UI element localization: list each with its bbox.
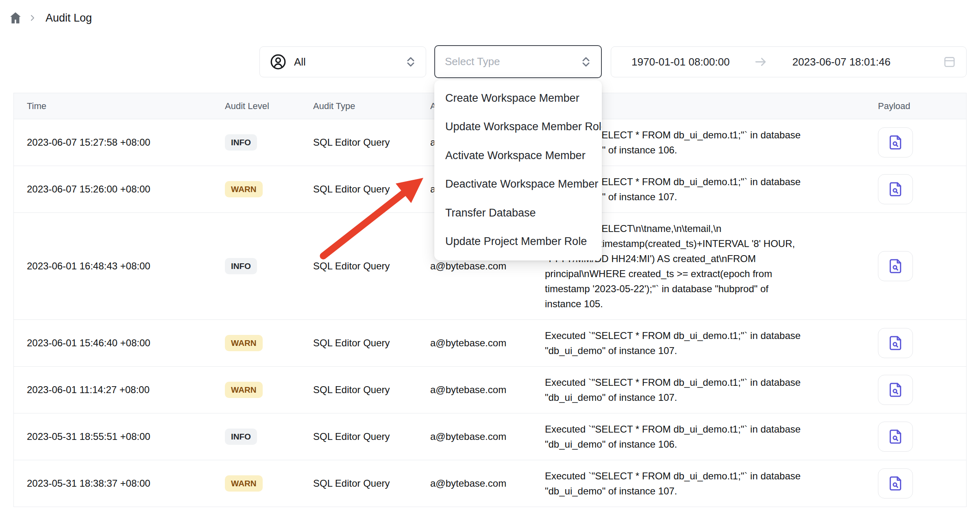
time-cell: 2023-06-01 11:14:27 +08:00 bbox=[14, 384, 225, 396]
payload-cell bbox=[878, 422, 966, 452]
time-cell: 2023-06-07 15:27:58 +08:00 bbox=[14, 137, 225, 148]
comment-cell: Executed `"SELECT * FROM db_ui_demo.t1;"… bbox=[545, 413, 878, 460]
type-option[interactable]: Update Workspace Member Role bbox=[434, 113, 602, 142]
view-payload-button[interactable] bbox=[878, 468, 913, 499]
actor-cell: a@bytebase.com bbox=[430, 260, 545, 272]
time-cell: 2023-06-01 15:46:40 +08:00 bbox=[14, 337, 225, 349]
payload-cell bbox=[878, 468, 966, 499]
view-payload-button[interactable] bbox=[878, 251, 913, 281]
table-row: 2023-05-31 18:55:51 +08:00 INFO SQL Edit… bbox=[14, 413, 966, 460]
file-search-icon bbox=[888, 382, 903, 398]
audit-level-badge: WARN bbox=[225, 382, 263, 398]
audit-type-cell: SQL Editor Query bbox=[313, 184, 430, 195]
audit-level-badge: INFO bbox=[225, 134, 257, 151]
audit-level-cell: INFO bbox=[225, 134, 313, 151]
audit-type-cell: SQL Editor Query bbox=[313, 337, 430, 349]
file-search-icon bbox=[888, 429, 903, 444]
audit-type-cell: SQL Editor Query bbox=[313, 384, 430, 396]
type-option[interactable]: Update Project Member Role bbox=[434, 227, 602, 256]
page-title: Audit Log bbox=[42, 12, 92, 24]
column-header-audit-level: Audit Level bbox=[225, 101, 313, 112]
audit-level-cell: WARN bbox=[225, 335, 313, 351]
calendar-icon bbox=[943, 55, 956, 69]
audit-type-cell: SQL Editor Query bbox=[313, 137, 430, 148]
time-cell: 2023-05-31 18:55:51 +08:00 bbox=[14, 431, 225, 442]
type-options-menu: Create Workspace MemberUpdate Workspace … bbox=[434, 80, 602, 260]
table-row: 2023-06-01 11:14:27 +08:00 WARN SQL Edit… bbox=[14, 367, 966, 413]
column-header-time: Time bbox=[14, 101, 225, 112]
audit-level-badge: WARN bbox=[225, 475, 263, 492]
file-search-icon bbox=[888, 135, 903, 150]
date-to-value[interactable]: 2023-06-07 18:01:46 bbox=[792, 56, 890, 68]
type-filter-select[interactable]: Select Type bbox=[434, 45, 602, 78]
audit-level-badge: WARN bbox=[225, 335, 263, 351]
breadcrumb: Audit Log bbox=[8, 11, 92, 25]
actor-cell: a@bytebase.com bbox=[430, 337, 545, 349]
view-payload-button[interactable] bbox=[878, 127, 913, 157]
file-search-icon bbox=[888, 181, 903, 197]
payload-cell bbox=[878, 375, 966, 405]
time-cell: 2023-06-01 16:48:43 +08:00 bbox=[14, 260, 225, 272]
audit-type-cell: SQL Editor Query bbox=[313, 431, 430, 442]
audit-level-badge: INFO bbox=[225, 258, 257, 274]
payload-cell bbox=[878, 328, 966, 358]
column-header-audit-type: Audit Type bbox=[313, 101, 430, 112]
view-payload-button[interactable] bbox=[878, 375, 913, 405]
payload-cell bbox=[878, 127, 966, 157]
comment-cell: Executed `"SELECT * FROM db_ui_demo.t1;"… bbox=[545, 367, 878, 413]
person-circle-icon bbox=[270, 53, 287, 70]
audit-level-cell: WARN bbox=[225, 181, 313, 197]
file-search-icon bbox=[888, 476, 903, 491]
type-filter-placeholder: Select Type bbox=[445, 55, 500, 68]
view-payload-button[interactable] bbox=[878, 174, 913, 204]
comment-cell: Executed `"SELECT * FROM db_ui_demo.t1;"… bbox=[545, 320, 878, 366]
time-cell: 2023-06-07 15:26:00 +08:00 bbox=[14, 184, 225, 195]
audit-level-cell: WARN bbox=[225, 475, 313, 492]
time-cell: 2023-05-31 18:38:37 +08:00 bbox=[14, 478, 225, 489]
arrow-right-icon bbox=[754, 55, 768, 69]
view-payload-button[interactable] bbox=[878, 422, 913, 452]
type-option[interactable]: Activate Workspace Member bbox=[434, 141, 602, 170]
date-range-picker[interactable]: 1970-01-01 08:00:00 2023-06-07 18:01:46 bbox=[611, 46, 967, 77]
chevron-right-icon bbox=[28, 13, 37, 23]
table-row: 2023-06-01 15:46:40 +08:00 WARN SQL Edit… bbox=[14, 320, 966, 367]
payload-cell bbox=[878, 174, 966, 204]
audit-level-cell: WARN bbox=[225, 382, 313, 398]
actor-filter-value: All bbox=[294, 56, 306, 68]
audit-type-cell: SQL Editor Query bbox=[313, 260, 430, 272]
payload-cell bbox=[878, 251, 966, 281]
type-option[interactable]: Create Workspace Member bbox=[434, 84, 602, 113]
actor-filter-select[interactable]: All bbox=[259, 46, 426, 77]
chevron-up-down-icon bbox=[405, 56, 416, 68]
audit-level-badge: WARN bbox=[225, 181, 263, 197]
home-icon[interactable] bbox=[8, 11, 23, 25]
date-from-value[interactable]: 1970-01-01 08:00:00 bbox=[632, 56, 730, 68]
view-payload-button[interactable] bbox=[878, 328, 913, 358]
audit-level-cell: INFO bbox=[225, 258, 313, 274]
actor-cell: a@bytebase.com bbox=[430, 384, 545, 396]
table-row: 2023-05-31 18:38:37 +08:00 WARN SQL Edit… bbox=[14, 460, 966, 507]
audit-type-cell: SQL Editor Query bbox=[313, 478, 430, 489]
comment-cell: Executed `"SELECT * FROM db_ui_demo.t1;"… bbox=[545, 460, 878, 507]
actor-cell: a@bytebase.com bbox=[430, 431, 545, 442]
audit-level-badge: INFO bbox=[225, 429, 257, 445]
actor-cell: a@bytebase.com bbox=[430, 478, 545, 489]
chevron-up-down-icon bbox=[581, 56, 591, 68]
type-option[interactable]: Deactivate Workspace Member bbox=[434, 170, 602, 199]
column-header-payload: Payload bbox=[878, 101, 966, 112]
type-option[interactable]: Transfer Database bbox=[434, 199, 602, 227]
file-search-icon bbox=[888, 335, 903, 351]
file-search-icon bbox=[888, 258, 903, 274]
audit-level-cell: INFO bbox=[225, 429, 313, 445]
